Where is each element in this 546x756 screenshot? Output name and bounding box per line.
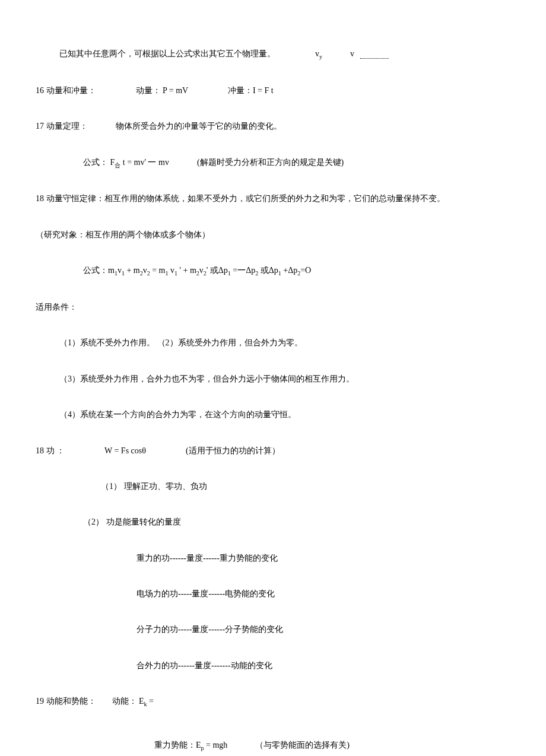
research-object-note: （研究对象：相互作用的两个物体或多个物体） xyxy=(36,228,510,242)
section-16-momentum-impulse: 16 动量和冲量： 动量： P = mV 冲量：I = F t xyxy=(36,84,510,97)
conditions-header: 适用条件： xyxy=(36,301,510,314)
label: 17 动量定理： xyxy=(36,122,88,131)
work-note-2: （2） 功是能量转化的量度 xyxy=(36,516,510,529)
text: （2） 功是能量转化的量度 xyxy=(83,517,181,526)
note: (适用于恒力的功的计算） xyxy=(186,446,280,455)
section-18-conservation: 18 动量守恒定律：相互作用的物体系统，如果不受外力，或它们所受的外力之和为零，… xyxy=(36,192,510,205)
text: 合外力的功------量度-------动能的变化 xyxy=(136,661,272,670)
text: （3）系统受外力作用，合外力也不为零，但合外力远小于物体间的相互作用力。 xyxy=(59,374,354,383)
measure-electric: 电场力的功-----量度------电势能的变化 xyxy=(36,587,510,601)
label: 19 动能和势能： xyxy=(36,697,96,706)
text: （4）系统在某一个方向的合外力为零，在这个方向的动量守恒。 xyxy=(59,410,296,419)
text: 重力的功------量度------重力势能的变化 xyxy=(136,554,278,563)
condition-4: （4）系统在某一个方向的合外力为零，在这个方向的动量守恒。 xyxy=(36,408,510,421)
text: （1）系统不受外力作用。 （2）系统受外力作用，但合外力为零。 xyxy=(59,338,303,347)
formula-conservation: 公式：m1v1 + m2v2 = m1 v1 ' + m2v2' 或Δp1 =一… xyxy=(36,264,510,278)
section-17-momentum-theorem: 17 动量定理： 物体所受合外力的冲量等于它的动量的变化。 xyxy=(36,120,510,133)
measure-molecular: 分子力的功-----量度------分子势能的变化 xyxy=(36,623,510,636)
work-note-1: （1） 理解正功、零功、负功 xyxy=(36,480,510,493)
formula-work: W = Fs cosθ xyxy=(104,446,146,455)
formula-impulse: 冲量：I = F t xyxy=(228,86,274,95)
text: 18 动量守恒定律：相互作用的物体系统，如果不受外力，或它们所受的外力之和为零，… xyxy=(36,194,445,203)
condition-3: （3）系统受外力作用，合外力也不为零，但合外力远小于物体间的相互作用力。 xyxy=(36,373,510,386)
note: (解题时受力分析和正方向的规定是关键) xyxy=(197,158,344,167)
underline-decoration xyxy=(360,58,389,59)
text: 电场力的功-----量度------电势能的变化 xyxy=(136,589,275,598)
text: 适用条件： xyxy=(36,303,77,312)
text: （研究对象：相互作用的两个物体或多个物体） xyxy=(36,230,210,239)
paragraph-known-quantities: 已知其中任意两个，可根据以上公式求出其它五个物理量。 vy v xyxy=(36,47,510,62)
label: 16 动量和冲量： xyxy=(36,86,96,95)
section-18-work: 18 功 ： W = Fs cosθ (适用于恒力的功的计算） xyxy=(36,444,510,458)
text: 已知其中任意两个，可根据以上公式求出其它五个物理量。 xyxy=(59,49,275,58)
section-19-energy: 19 动能和势能： 动能： Ek = xyxy=(36,695,510,709)
text: 物体所受合外力的冲量等于它的动量的变化。 xyxy=(116,122,282,131)
measure-gravity: 重力的功------量度------重力势能的变化 xyxy=(36,552,510,565)
note: （与零势能面的选择有关) xyxy=(255,741,350,749)
measure-net-force: 合外力的功------量度-------动能的变化 xyxy=(36,659,510,672)
formula-momentum: 动量： P = mV xyxy=(136,86,188,95)
text: （1） 理解正功、零功、负功 xyxy=(101,482,207,491)
formula-momentum-theorem: 公式： F合 t = mv' 一 mv (解题时受力分析和正方向的规定是关键) xyxy=(36,156,510,170)
formula-potential: 重力势能：Ep = mgh （与零势能面的选择有关) xyxy=(36,739,510,753)
text: 分子力的功-----量度------分子势能的变化 xyxy=(136,625,283,634)
formula-kinetic: 动能： Ek = xyxy=(112,697,154,706)
symbol-v: v xyxy=(350,49,354,58)
condition-1-2: （1）系统不受外力作用。 （2）系统受外力作用，但合外力为零。 xyxy=(36,336,510,350)
symbol-vy: vy xyxy=(315,47,322,62)
label: 18 功 ： xyxy=(36,446,65,455)
